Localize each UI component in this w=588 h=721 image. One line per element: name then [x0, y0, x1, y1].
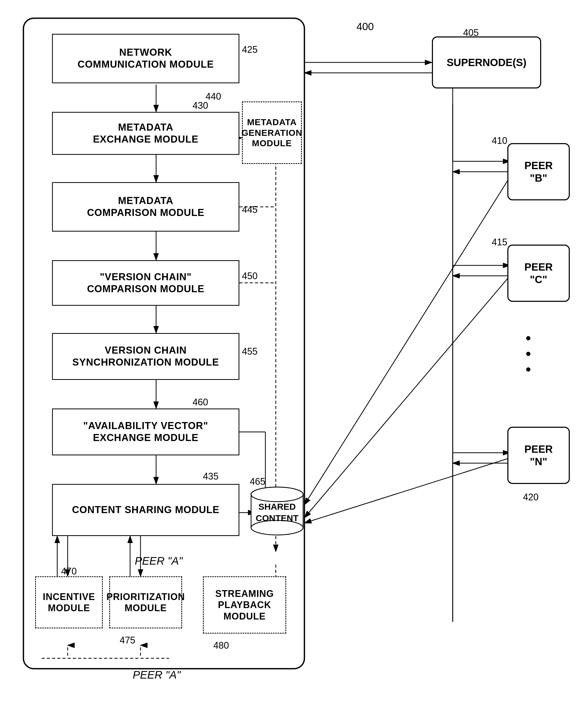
ref-470: 470	[61, 566, 77, 577]
metadata-exchange-module: METADATA EXCHANGE MODULE	[52, 112, 239, 155]
peer-b-box: PEER "B"	[507, 143, 570, 200]
ref-440: 440	[206, 91, 221, 102]
ref-435: 435	[203, 471, 218, 482]
ref-480: 480	[213, 640, 229, 651]
streaming-playback-module: STREAMING PLAYBACK MODULE	[203, 576, 286, 634]
svg-line-42	[304, 458, 510, 523]
incentive-module: INCENTIVE MODULE	[35, 576, 103, 628]
version-chain-sync-module: VERSION CHAIN SYNCHRONIZATION MODULE	[52, 333, 239, 380]
version-chain-comparison-module: "VERSION CHAIN" COMPARISON MODULE	[52, 260, 239, 306]
ref-445: 445	[242, 204, 257, 215]
ref-415: 415	[492, 237, 507, 248]
peer-a-label: PEER "A"	[135, 555, 183, 567]
peer-c-box: PEER "C"	[507, 245, 570, 302]
metadata-comparison-module: METADATA COMPARISON MODULE	[52, 182, 239, 232]
content-sharing-module: CONTENT SHARING MODULE	[52, 484, 239, 536]
ref-460: 460	[192, 397, 208, 408]
ref-410: 410	[492, 135, 507, 146]
ref-425: 425	[242, 44, 257, 55]
fig-ref-400: 400	[356, 21, 374, 33]
svg-point-47	[251, 487, 303, 502]
svg-line-41	[304, 276, 510, 518]
availability-vector-module: "AVAILABILITY VECTOR" EXCHANGE MODULE	[52, 408, 239, 455]
ref-465: 465	[250, 476, 266, 487]
prioritization-module: PRIORITIZATION MODULE	[109, 576, 182, 628]
shared-content-db: SHARED CONTENT	[247, 487, 307, 538]
network-comm-module: NETWORK COMMUNICATION MODULE	[52, 34, 239, 83]
metadata-gen-module: METADATA GENERATION MODULE	[242, 102, 302, 164]
supernode-box: SUPERNODE(S)	[432, 37, 541, 88]
ref-475: 475	[120, 635, 135, 646]
ref-455: 455	[242, 346, 257, 357]
dots-separator: •••	[526, 331, 531, 377]
ref-420: 420	[523, 492, 539, 503]
ref-405: 405	[463, 27, 479, 38]
peer-a-label: PEER "A"	[133, 669, 181, 681]
ref-450: 450	[242, 271, 257, 281]
diagram-container: PEER "A" NETWORK COMMUNICATION MODULE 42…	[16, 10, 578, 713]
peer-n-box: PEER "N"	[507, 427, 570, 484]
shared-content-label: SHARED CONTENT	[247, 501, 307, 524]
svg-line-40	[304, 177, 510, 505]
